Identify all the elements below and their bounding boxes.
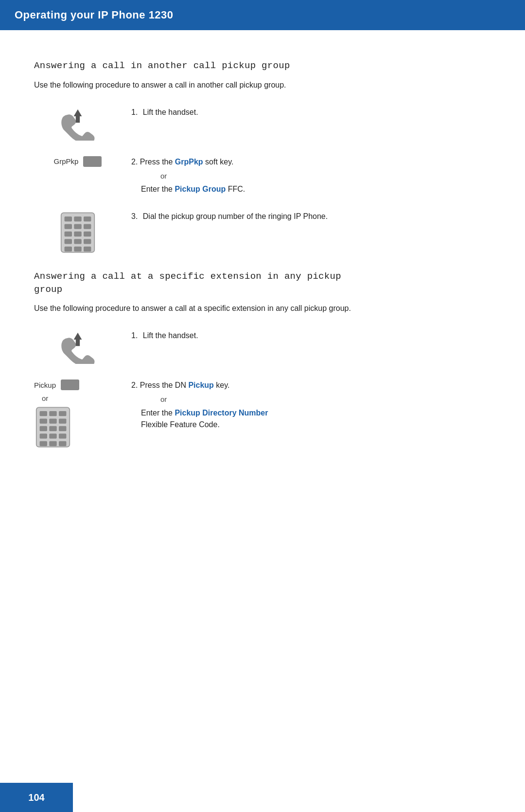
step1-number: 1.: [131, 108, 138, 116]
step2-enter: Enter the Pickup Group FFC.: [141, 183, 491, 195]
s2-step2-text-after: key.: [214, 381, 230, 389]
section1-heading: Answering a call in another call pickup …: [34, 59, 491, 72]
s2-step2-enter: Enter the Pickup Directory NumberFlexibl…: [141, 407, 491, 431]
keypad-icon: [59, 211, 97, 254]
step3-number: 3.: [131, 212, 138, 220]
section2-desc: Use the following procedure to answer a …: [34, 303, 491, 314]
header-bar: Operating your IP Phone 1230: [0, 0, 525, 30]
svg-rect-3: [74, 217, 81, 221]
svg-rect-14: [65, 247, 72, 252]
step2-enter-pre: Enter the: [141, 185, 175, 193]
s2-step1-label: Lift the handset.: [143, 331, 198, 340]
section1: Answering a call in another call pickup …: [34, 59, 491, 254]
svg-rect-7: [84, 224, 91, 229]
svg-rect-11: [65, 239, 72, 244]
svg-rect-21: [59, 411, 66, 416]
s2-step2-link: Pickup: [188, 381, 213, 389]
svg-rect-16: [84, 247, 91, 252]
svg-rect-5: [65, 224, 72, 229]
softkey-icon: [83, 156, 102, 167]
svg-rect-29: [49, 434, 56, 439]
grppkp-label: GrpPkp: [54, 157, 79, 165]
svg-rect-33: [59, 441, 66, 446]
s2-step2-text: 2. Press the DN Pickup key. or Enter the…: [122, 378, 491, 431]
svg-rect-26: [49, 426, 56, 431]
s2-step2-icon-row: Pickup: [34, 379, 79, 390]
svg-rect-12: [74, 239, 81, 244]
step2-number: 2.: [131, 158, 138, 166]
page-number: 104: [28, 792, 44, 803]
step2-enter-post: FFC.: [226, 185, 245, 193]
step2-text: 2. Press the GrpPkp soft key. or Enter t…: [122, 154, 491, 196]
svg-rect-23: [49, 419, 56, 424]
svg-rect-28: [40, 434, 47, 439]
s2-step1-icon-area: [34, 328, 122, 364]
s2-step2-icon-area: Pickup or: [34, 378, 122, 449]
section2: Answering a call at a specific extension…: [34, 270, 491, 449]
step3-icon-area: [34, 209, 122, 254]
svg-rect-31: [40, 441, 47, 446]
svg-rect-8: [65, 232, 72, 236]
svg-rect-10: [84, 232, 91, 236]
section1-desc: Use the following procedure to answer a …: [34, 79, 491, 91]
svg-rect-9: [74, 232, 81, 236]
step1-icon-area: [34, 105, 122, 141]
svg-rect-4: [84, 217, 91, 221]
svg-rect-27: [59, 426, 66, 431]
svg-rect-6: [74, 224, 81, 229]
step2-or: or: [160, 171, 491, 182]
main-content: Answering a call in another call pickup …: [0, 30, 525, 484]
section1-step1: 1. Lift the handset.: [34, 105, 491, 141]
handset-icon-2: [53, 330, 102, 364]
svg-rect-20: [49, 411, 56, 416]
step1-label: Lift the handset.: [143, 108, 198, 116]
svg-rect-15: [74, 247, 81, 252]
step3-text: 3. Dial the pickup group number of the r…: [122, 209, 491, 222]
section2-step2: Pickup or 2. Press the DN Pickup key: [34, 378, 491, 449]
keypad-icon-2: [34, 405, 72, 449]
section2-heading-text: Answering a call at a specific extension…: [34, 271, 341, 295]
svg-rect-22: [40, 419, 47, 424]
s2-step2-enter-post: Flexible Feature Code.: [141, 420, 220, 429]
section2-heading: Answering a call at a specific extension…: [34, 270, 491, 296]
section2-step1: 1. Lift the handset.: [34, 328, 491, 364]
s2-or-below: or: [42, 394, 48, 402]
step2-link: GrpPkp: [175, 158, 203, 166]
step2-icon-row: GrpPkp: [54, 156, 102, 167]
s2-step2-number: 2.: [131, 381, 138, 389]
step2-text-after: soft key.: [203, 158, 234, 166]
section1-step2: GrpPkp 2. Press the GrpPkp soft key. or …: [34, 154, 491, 196]
svg-rect-32: [49, 441, 56, 446]
pickup-label: Pickup: [34, 381, 56, 389]
step3-label: Dial the pickup group number of the ring…: [143, 212, 328, 220]
svg-rect-25: [40, 426, 47, 431]
s2-step2-enter-link: Pickup Directory Number: [175, 409, 268, 417]
svg-rect-2: [65, 217, 72, 221]
handset-icon: [53, 107, 102, 141]
step2-main-line: 2. Press the GrpPkp soft key.: [131, 156, 491, 168]
s2-step2-or: or: [160, 394, 491, 405]
svg-rect-24: [59, 419, 66, 424]
s2-step1-number: 1.: [131, 331, 138, 340]
s2-step1-text: 1. Lift the handset.: [122, 328, 491, 342]
header-title: Operating your IP Phone 1230: [15, 9, 174, 21]
s2-step2-text-main: Press the DN: [140, 381, 189, 389]
step2-enter-link: Pickup Group: [175, 185, 226, 193]
footer: 104: [0, 783, 73, 812]
svg-rect-13: [84, 239, 91, 244]
section1-step3: 3. Dial the pickup group number of the r…: [34, 209, 491, 254]
step1-text: 1. Lift the handset.: [122, 105, 491, 118]
s2-step2-main-line: 2. Press the DN Pickup key.: [131, 379, 491, 391]
svg-rect-19: [40, 411, 47, 416]
s2-step2-enter-pre: Enter the: [141, 409, 175, 417]
step2-text-main: Press the: [140, 158, 175, 166]
softkey-icon-2: [61, 379, 79, 390]
step2-icon-area: GrpPkp: [34, 154, 122, 167]
svg-rect-30: [59, 434, 66, 439]
